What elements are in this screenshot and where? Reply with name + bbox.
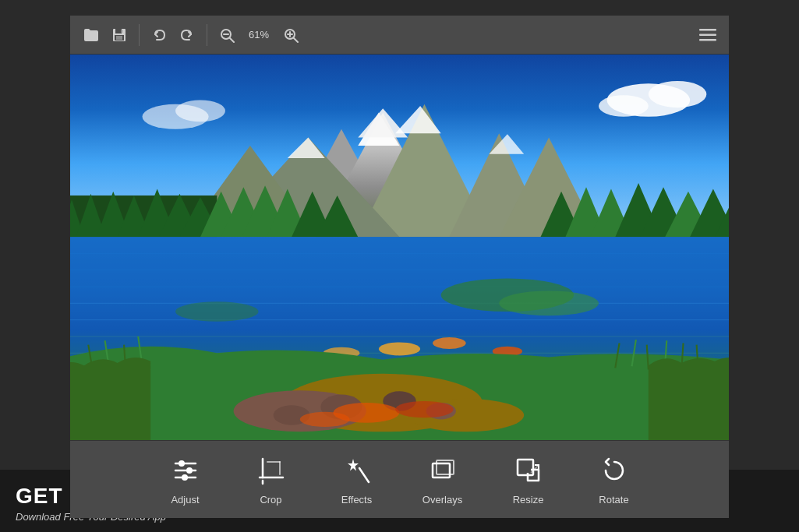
adjust-icon [168, 453, 203, 488]
svg-rect-3 [116, 36, 122, 40]
app-window: 61% [70, 16, 729, 518]
overlays-tool[interactable]: Overlays [400, 445, 486, 515]
svg-line-6 [230, 38, 234, 42]
redo-icon [180, 28, 194, 42]
svg-point-79 [395, 401, 454, 417]
svg-point-80 [300, 412, 350, 427]
svg-rect-13 [699, 33, 716, 36]
svg-rect-14 [699, 39, 716, 41]
toolbar: 61% [70, 16, 729, 55]
svg-point-68 [433, 337, 466, 349]
svg-point-94 [186, 467, 193, 474]
effects-label: Effects [341, 494, 373, 506]
zoom-level: 61% [245, 29, 273, 41]
zoom-out-icon [219, 27, 235, 43]
crop-icon [254, 453, 288, 488]
save-icon [112, 28, 126, 42]
resize-icon [511, 453, 546, 488]
undo-icon [152, 28, 166, 42]
svg-marker-104 [348, 459, 359, 471]
svg-point-65 [499, 291, 599, 315]
overlays-label: Overlays [422, 494, 462, 506]
zoom-out-button[interactable] [214, 22, 240, 48]
undo-button[interactable] [146, 22, 172, 48]
svg-rect-4 [121, 30, 122, 33]
rotate-tool[interactable]: Rotate [571, 445, 657, 515]
folder-icon [83, 28, 99, 42]
svg-point-18 [599, 95, 649, 117]
effects-icon [340, 453, 374, 488]
svg-rect-1 [115, 29, 122, 33]
svg-point-96 [182, 474, 188, 481]
zoom-in-icon [283, 27, 299, 43]
zoom-in-button[interactable] [278, 22, 304, 48]
svg-point-20 [175, 100, 225, 122]
redo-button[interactable] [174, 22, 200, 48]
svg-point-17 [649, 81, 707, 107]
svg-rect-105 [433, 463, 450, 477]
adjust-tool[interactable]: Adjust [143, 445, 228, 515]
resize-label: Resize [513, 494, 544, 506]
effects-tool[interactable]: Effects [314, 445, 400, 515]
save-button[interactable] [106, 22, 133, 48]
image-area[interactable] [70, 55, 729, 440]
landscape-image [70, 55, 729, 440]
crop-tool[interactable]: Crop [228, 445, 314, 515]
svg-rect-12 [699, 29, 716, 31]
crop-label: Crop [260, 494, 281, 506]
separator-1 [139, 24, 140, 46]
svg-point-67 [379, 342, 420, 355]
adjust-label: Adjust [171, 494, 199, 506]
separator-2 [207, 24, 207, 46]
svg-point-92 [179, 460, 185, 467]
svg-point-66 [175, 301, 258, 322]
menu-button[interactable] [695, 22, 721, 48]
menu-icon [699, 29, 716, 41]
open-folder-button[interactable] [78, 22, 104, 48]
resize-tool[interactable]: Resize [486, 445, 571, 515]
overlays-icon [426, 453, 460, 488]
svg-line-103 [359, 468, 369, 482]
bottom-toolbar: Adjust Crop [70, 440, 729, 518]
svg-rect-106 [437, 460, 454, 474]
rotate-icon [597, 453, 631, 488]
rotate-label: Rotate [599, 494, 628, 506]
svg-line-9 [294, 38, 298, 42]
